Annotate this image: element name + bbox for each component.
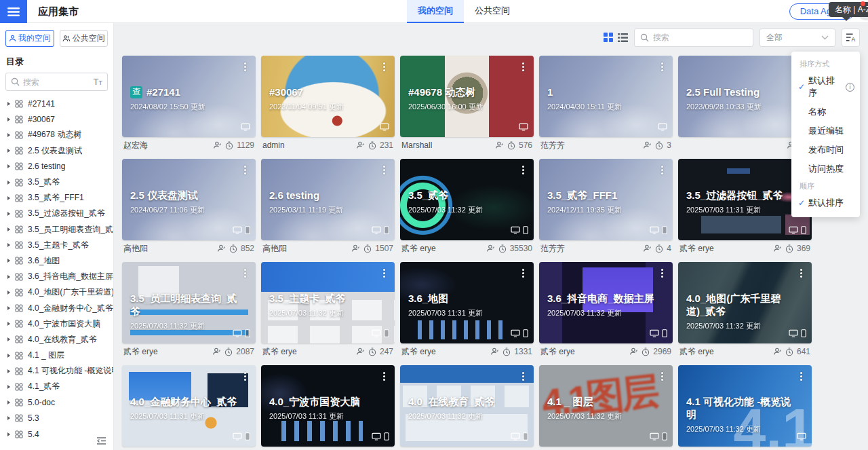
- sort-menu-item[interactable]: ✓默认排序: [791, 193, 860, 212]
- app-card[interactable]: 3.5_员工明细表查询_贰爷 2025/07/03 11:32 更新 贰爷 er…: [122, 262, 256, 360]
- app-card[interactable]: 4.0_宁波市国资大脑 2025/07/03 11:31 更新: [261, 365, 395, 450]
- app-card[interactable]: 2.6 testing 2025/03/11 11:19 更新 高艳阳 1507: [261, 159, 395, 257]
- sort-menu-item[interactable]: 名称: [791, 102, 860, 121]
- card-menu-button[interactable]: [239, 163, 250, 176]
- tree-item[interactable]: 4.0_地图(广东千里碧道)_贰爷: [0, 284, 113, 300]
- expand-caret-icon[interactable]: [7, 117, 10, 121]
- filter-select[interactable]: 全部: [760, 29, 835, 47]
- tree-item[interactable]: 3.6_地图: [0, 253, 113, 269]
- app-card[interactable]: 1 2024/04/30 15:11 更新 范芳芳 3: [539, 56, 673, 153]
- hamburger-menu-button[interactable]: [0, 0, 27, 23]
- card-menu-button[interactable]: [378, 369, 389, 383]
- app-card[interactable]: 2.5 仪表盘测试 2024/06/27 11:06 更新 高艳阳 852: [122, 159, 256, 257]
- card-menu-button[interactable]: [517, 266, 528, 280]
- card-menu-button[interactable]: [239, 60, 250, 73]
- sort-menu-item[interactable]: ✓默认排序: [791, 71, 860, 102]
- app-card[interactable]: 查 #27141 2024/08/02 15:50 更新 赵宏海 1129: [122, 56, 256, 153]
- space-button-my[interactable]: 我的空间: [5, 30, 54, 47]
- tab-my-space[interactable]: 我的空间: [407, 0, 464, 23]
- sort-menu-item[interactable]: 访问热度: [791, 160, 860, 179]
- tree-item[interactable]: #49678 动态树: [0, 127, 113, 143]
- expand-caret-icon[interactable]: [7, 385, 10, 389]
- app-card[interactable]: #30067 2023/11/04 09:51 更新 admin 231: [261, 56, 395, 153]
- tab-public-space[interactable]: 公共空间: [464, 0, 521, 23]
- app-card[interactable]: 4.0_地图(广东千里碧道)_贰爷 2025/07/03 11:32 更新 贰爷…: [678, 262, 812, 360]
- app-card[interactable]: 4.1 4.1 可视化功能 -概览说明 2025/07/03 11:32 更新: [678, 365, 812, 450]
- main-search-input[interactable]: [653, 33, 747, 42]
- sidebar-search-input[interactable]: [23, 77, 90, 87]
- expand-caret-icon[interactable]: [7, 322, 10, 326]
- expand-caret-icon[interactable]: [7, 196, 10, 200]
- expand-caret-icon[interactable]: [7, 400, 10, 405]
- expand-caret-icon[interactable]: [7, 102, 10, 106]
- sort-button[interactable]: A: [842, 29, 860, 47]
- tree-item[interactable]: 4.1 可视化功能 -概览说明: [0, 363, 113, 379]
- tree-item[interactable]: #27141: [0, 96, 113, 111]
- tree-item[interactable]: 4.1 _ 图层: [0, 348, 113, 363]
- sort-menu-item[interactable]: 发布时间: [791, 140, 860, 160]
- card-menu-button[interactable]: [656, 60, 667, 73]
- tree-item[interactable]: 3.5_过滤器按钮_贰爷: [0, 206, 113, 221]
- tree-item[interactable]: 5.0-doc: [0, 395, 113, 411]
- tree-item[interactable]: 4.0_宁波市国资大脑: [0, 316, 113, 332]
- tree-item[interactable]: 3.6_抖音电商_数据主屏: [0, 269, 113, 284]
- collapse-sidebar-button[interactable]: [96, 436, 106, 445]
- card-title: 4.0_地图(广东千里碧道)_贰爷: [686, 292, 794, 318]
- app-card[interactable]: 3.6_地图 2025/07/03 11:31 更新 贰爷 erye 1331: [400, 262, 534, 360]
- app-card[interactable]: 3.5_贰爷 2025/07/03 11:32 更新 贰爷 erye 35530: [400, 159, 534, 257]
- expand-caret-icon[interactable]: [7, 354, 10, 358]
- svg-text:A: A: [851, 36, 855, 42]
- grid-view-icon[interactable]: [604, 33, 613, 42]
- expand-caret-icon[interactable]: [7, 133, 10, 137]
- card-menu-button[interactable]: [795, 266, 806, 280]
- expand-caret-icon[interactable]: [7, 212, 10, 216]
- text-search-mode-icon[interactable]: [94, 77, 102, 87]
- tree-item[interactable]: #30067: [0, 111, 113, 127]
- tree-item[interactable]: 2.5 仪表盘测试: [0, 143, 113, 159]
- space-button-public[interactable]: 公共空间: [60, 30, 108, 47]
- card-menu-button[interactable]: [517, 163, 528, 176]
- expand-caret-icon[interactable]: [7, 181, 10, 185]
- card-menu-button[interactable]: [656, 163, 667, 176]
- app-card[interactable]: #49678 动态树 2025/06/30 16:00 更新 Marshall …: [400, 56, 534, 153]
- app-card[interactable]: 4.0_在线教育_贰爷 2025/07/03 11:32 更新: [400, 365, 534, 450]
- expand-caret-icon[interactable]: [7, 369, 10, 373]
- card-menu-button[interactable]: [378, 266, 389, 280]
- card-menu-button[interactable]: [378, 163, 389, 176]
- expand-caret-icon[interactable]: [7, 337, 10, 341]
- expand-caret-icon[interactable]: [7, 259, 10, 263]
- card-menu-button[interactable]: [239, 369, 250, 383]
- tree-item[interactable]: 3.5_贰爷: [0, 174, 113, 190]
- list-view-icon[interactable]: [618, 33, 628, 42]
- card-menu-button[interactable]: [656, 266, 667, 280]
- card-menu-button[interactable]: [656, 369, 667, 383]
- app-card[interactable]: 3.6_抖音电商_数据主屏 2025/07/03 11:32 更新 贰爷 ery…: [539, 262, 673, 360]
- app-card[interactable]: 3.5_贰爷_FFF1 2024/12/11 19:35 更新 范芳芳 4: [539, 159, 673, 257]
- card-menu-button[interactable]: [517, 60, 528, 73]
- tree-item[interactable]: 3.5_贰爷_FFF1: [0, 190, 113, 206]
- expand-caret-icon[interactable]: [7, 432, 10, 436]
- tree-item[interactable]: 3.5_主题卡_贰爷: [0, 238, 113, 253]
- expand-caret-icon[interactable]: [7, 275, 10, 279]
- expand-caret-icon[interactable]: [7, 227, 10, 231]
- expand-caret-icon[interactable]: [7, 306, 10, 310]
- card-menu-button[interactable]: [795, 369, 806, 383]
- tree-item[interactable]: 4.0_在线教育_贰爷: [0, 332, 113, 348]
- tree-item[interactable]: 4.1_贰爷: [0, 379, 113, 394]
- card-menu-button[interactable]: [239, 266, 250, 280]
- app-card[interactable]: 4.0_金融财务中心_贰爷 2025/07/03 11:31 更新: [122, 365, 256, 450]
- expand-caret-icon[interactable]: [7, 164, 10, 168]
- card-menu-button[interactable]: [378, 60, 389, 73]
- tree-item[interactable]: 3.5_员工明细表查询_贰爷: [0, 222, 113, 238]
- app-card[interactable]: 4.1图层 4.1 _ 图层 2025/07/03 11:32 更新: [539, 365, 673, 450]
- card-menu-button[interactable]: [517, 369, 528, 383]
- expand-caret-icon[interactable]: [7, 290, 10, 295]
- expand-caret-icon[interactable]: [7, 243, 10, 247]
- app-card[interactable]: 3.5_主题卡_贰爷 2025/07/03 11:32 更新 贰爷 erye 2…: [261, 262, 395, 360]
- tree-item[interactable]: 5.3: [0, 411, 113, 426]
- expand-caret-icon[interactable]: [7, 416, 10, 420]
- tree-item[interactable]: 2.6 testing: [0, 159, 113, 174]
- sort-menu-item[interactable]: 最近编辑: [791, 121, 860, 140]
- tree-item[interactable]: 4.0_金融财务中心_贰爷: [0, 300, 113, 316]
- expand-caret-icon[interactable]: [7, 149, 10, 153]
